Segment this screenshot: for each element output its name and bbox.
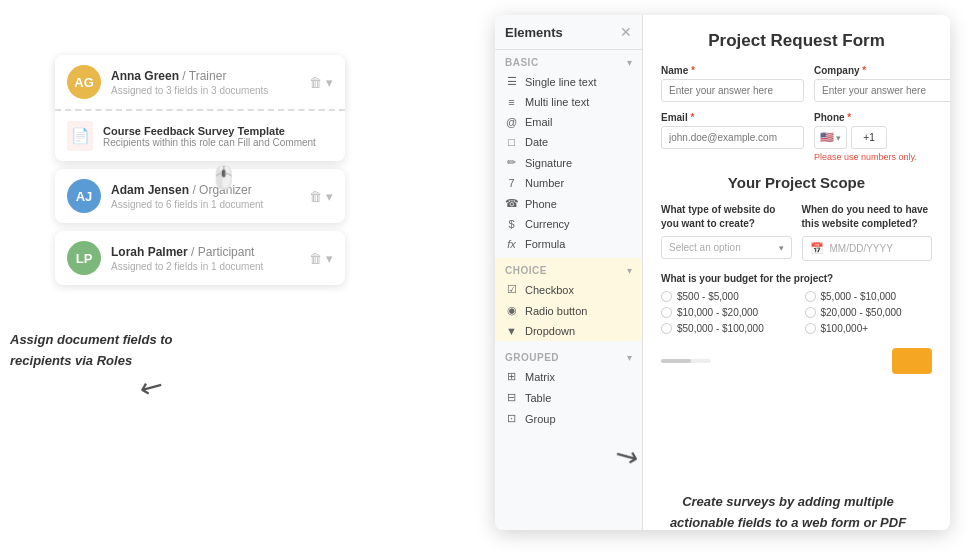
curved-arrow-left: ↙ <box>133 366 169 406</box>
date-input-wrapper[interactable]: 📅 MM/DD/YYYY <box>802 236 933 261</box>
basic-section-header[interactable]: BASIC ▾ <box>495 50 642 71</box>
card-sub-lorah: Assigned to 2 fields in 1 document <box>111 261 299 272</box>
card-actions-lorah: 🗑 ▾ <box>309 251 333 266</box>
card-name-anna: Anna Green / Trainer <box>111 69 299 83</box>
element-checkbox[interactable]: ☑ Checkbox <box>495 279 642 300</box>
budget-option-4[interactable]: $5,000 - $10,000 <box>805 291 933 302</box>
expand-icon[interactable]: ▾ <box>326 75 333 90</box>
card-lorah-palmer[interactable]: LP Lorah Palmer / Participant Assigned t… <box>55 231 345 285</box>
field-email: Email * <box>661 112 804 162</box>
currency-icon: $ <box>505 218 518 230</box>
delete-icon[interactable]: 🗑 <box>309 75 322 90</box>
grouped-arrow: ▾ <box>627 352 632 363</box>
doc-info: Course Feedback Survey Template Recipien… <box>103 125 316 148</box>
expand-icon-adam[interactable]: ▾ <box>326 189 333 204</box>
expanded-doc: 📄 Course Feedback Survey Template Recipi… <box>55 111 345 161</box>
element-multi-line[interactable]: ≡ Multi line text <box>495 92 642 112</box>
company-input[interactable] <box>814 79 950 102</box>
element-date[interactable]: □ Date <box>495 132 642 152</box>
budget-options-grid: $500 - $5,000 $5,000 - $10,000 $10,000 -… <box>661 291 932 334</box>
budget-option-6[interactable]: $100,000+ <box>805 323 933 334</box>
multi-line-icon: ≡ <box>505 96 518 108</box>
budget-option-3[interactable]: $50,000 - $100,000 <box>661 323 789 334</box>
phone-icon: ☎ <box>505 197 518 210</box>
delete-icon-adam[interactable]: 🗑 <box>309 189 322 204</box>
budget-option-5[interactable]: $20,000 - $50,000 <box>805 307 933 318</box>
phone-code-input[interactable] <box>851 126 887 149</box>
element-single-line[interactable]: ☰ Single line text <box>495 71 642 92</box>
element-phone[interactable]: ☎ Phone <box>495 193 642 214</box>
form-footer <box>661 348 932 374</box>
phone-label: Phone <box>525 198 557 210</box>
card-name-lorah: Lorah Palmer / Participant <box>111 245 299 259</box>
card-actions-adam: 🗑 ▾ <box>309 189 333 204</box>
budget-option-1[interactable]: $500 - $5,000 <box>661 291 789 302</box>
multi-line-label: Multi line text <box>525 96 589 108</box>
dropdown-arrow: ▾ <box>836 133 841 143</box>
card-sub-adam: Assigned to 6 fields in 1 document <box>111 199 299 210</box>
element-dropdown[interactable]: ▼ Dropdown <box>495 321 642 341</box>
card-actions-anna: 🗑 ▾ <box>309 75 333 90</box>
delete-icon-lorah[interactable]: 🗑 <box>309 251 322 266</box>
group-icon: ⊡ <box>505 412 518 425</box>
single-line-label: Single line text <box>525 76 597 88</box>
company-label: Company * <box>814 65 950 76</box>
flag-emoji: 🇺🇸 <box>820 131 834 144</box>
scope-section-title: Your Project Scope <box>661 174 932 191</box>
choice-section-header[interactable]: CHOICE ▾ <box>495 258 642 279</box>
radio-circle-1 <box>661 291 672 302</box>
element-email[interactable]: @ Email <box>495 112 642 132</box>
element-signature[interactable]: ✏ Signature <box>495 152 642 173</box>
radio-circle-6 <box>805 323 816 334</box>
close-icon[interactable]: ✕ <box>620 24 632 40</box>
basic-arrow: ▾ <box>627 57 632 68</box>
right-arrow-annotation: Create surveys by adding multiple action… <box>658 492 918 534</box>
radio-circle-5 <box>805 307 816 318</box>
name-input[interactable] <box>661 79 804 102</box>
element-radio[interactable]: ◉ Radio button <box>495 300 642 321</box>
date-icon: □ <box>505 136 518 148</box>
email-label: Email <box>525 116 553 128</box>
dropdown-icon: ▼ <box>505 325 518 337</box>
phone-flag[interactable]: 🇺🇸 ▾ <box>814 126 847 149</box>
number-label: Number <box>525 177 564 189</box>
card-info-adam: Adam Jensen / Organizer Assigned to 6 fi… <box>111 183 299 210</box>
form-title: Project Request Form <box>661 31 932 51</box>
form-scrollbar <box>661 359 711 363</box>
submit-button[interactable] <box>892 348 932 374</box>
group-label: Group <box>525 413 556 425</box>
doc-desc: Recipients within this role can Fill and… <box>103 137 316 148</box>
element-currency[interactable]: $ Currency <box>495 214 642 234</box>
website-select[interactable]: Select an option ▾ <box>661 236 792 259</box>
email-icon: @ <box>505 116 518 128</box>
dropdown-label: Dropdown <box>525 325 575 337</box>
field-phone: Phone * 🇺🇸 ▾ Please use numbers only. <box>814 112 932 162</box>
checkbox-icon: ☑ <box>505 283 518 296</box>
expand-icon-lorah[interactable]: ▾ <box>326 251 333 266</box>
doc-title: Course Feedback Survey Template <box>103 125 316 137</box>
elements-title: Elements <box>505 25 563 40</box>
website-question: What type of website do you want to crea… <box>661 203 792 231</box>
matrix-icon: ⊞ <box>505 370 518 383</box>
number-icon: 7 <box>505 177 518 189</box>
grouped-section-header[interactable]: GROUPED ▾ <box>495 345 642 366</box>
budget-question: What is your budget for the project? <box>661 273 932 284</box>
element-table[interactable]: ⊟ Table <box>495 387 642 408</box>
element-matrix[interactable]: ⊞ Matrix <box>495 366 642 387</box>
right-annotation-text: Create surveys by adding multiple action… <box>658 492 918 534</box>
budget-option-2[interactable]: $10,000 - $20,000 <box>661 307 789 318</box>
left-label-line2: recipients via Roles <box>10 353 132 368</box>
right-panel: Elements ✕ BASIC ▾ ☰ Single line text ≡ … <box>495 15 950 530</box>
card-anna-green[interactable]: AG Anna Green / Trainer Assigned to 3 fi… <box>55 55 345 111</box>
card-name-adam: Adam Jensen / Organizer <box>111 183 299 197</box>
cards-area: AG Anna Green / Trainer Assigned to 3 fi… <box>55 55 345 285</box>
radio-circle-2 <box>661 307 672 318</box>
element-formula[interactable]: fx Formula <box>495 234 642 254</box>
field-company: Company * <box>814 65 950 102</box>
element-group[interactable]: ⊡ Group <box>495 408 642 429</box>
card-adam-jensen[interactable]: AJ Adam Jensen / Organizer Assigned to 6… <box>55 169 345 223</box>
element-number[interactable]: 7 Number <box>495 173 642 193</box>
email-input[interactable] <box>661 126 804 149</box>
avatar-adam: AJ <box>67 179 101 213</box>
formula-label: Formula <box>525 238 565 250</box>
